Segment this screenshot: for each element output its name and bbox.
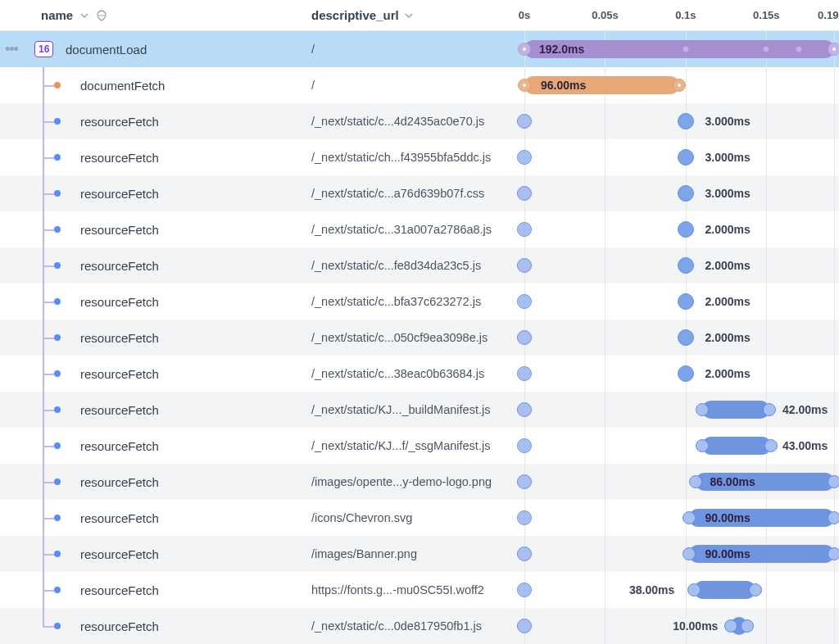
tree-node-dot xyxy=(54,82,61,88)
duration-bar[interactable] xyxy=(702,401,770,419)
row-actions-icon[interactable]: ••• xyxy=(5,41,18,58)
event-marker[interactable] xyxy=(517,114,532,129)
event-marker[interactable] xyxy=(678,329,694,346)
tree-connector xyxy=(43,103,67,139)
filter-icon[interactable] xyxy=(96,10,107,21)
trace-row[interactable]: resourceFetch/_next/static/c...38eac0b63… xyxy=(0,356,839,392)
column-header-name[interactable]: name xyxy=(0,8,311,22)
trace-row[interactable]: resourceFetch/_next/static/KJ..._buildMa… xyxy=(0,392,839,428)
trace-row[interactable]: resourceFetch/_next/static/c...4d2435ac0… xyxy=(0,103,839,139)
child-count-badge[interactable]: 16 xyxy=(34,41,53,57)
span-name: documentFetch xyxy=(80,79,165,93)
trace-row[interactable]: resourceFetch/_next/static/KJ...f/_ssgMa… xyxy=(0,428,839,464)
span-name: resourceFetch xyxy=(80,583,159,597)
span-url: /_next/static/c...38eac0b63684.js xyxy=(311,367,516,380)
tree-node-dot xyxy=(54,478,61,485)
event-marker[interactable] xyxy=(517,546,532,561)
tree-node-dot xyxy=(54,154,61,161)
event-marker[interactable] xyxy=(517,474,532,489)
event-marker[interactable] xyxy=(678,221,694,238)
trace-row[interactable]: resourceFetch/_next/static/c...050cf9ea3… xyxy=(0,320,839,356)
span-name: resourceFetch xyxy=(80,187,159,201)
event-marker[interactable] xyxy=(517,186,532,201)
event-marker[interactable] xyxy=(678,365,694,382)
trace-row[interactable]: resourceFetch/images/Banner.png90.00ms xyxy=(0,536,839,572)
table-header: name descriptive_url 0s0.05s0.1s0.15s0.1… xyxy=(0,0,839,31)
duration-label: 2.000ms xyxy=(705,259,751,272)
event-marker[interactable] xyxy=(678,185,694,202)
tree-connector xyxy=(43,139,67,175)
tree-connector xyxy=(43,536,67,572)
duration-label: 96.00ms xyxy=(541,79,586,92)
duration-label: 2.000ms xyxy=(705,331,751,344)
timeline-cell: 3.000ms xyxy=(524,103,834,139)
chevron-down-icon[interactable] xyxy=(404,11,414,20)
timeline-cell: 96.00ms xyxy=(524,67,834,103)
timeline-tick: 0s xyxy=(519,9,530,21)
trace-row[interactable]: resourceFetchhttps://fonts.g...-mu0SC55I… xyxy=(0,572,839,608)
tree-connector xyxy=(43,283,67,320)
tree-node-dot xyxy=(54,442,61,449)
span-url: /_next/static/c...0de817950fb1.js xyxy=(311,619,516,633)
duration-label: 90.00ms xyxy=(705,511,751,524)
event-marker[interactable] xyxy=(517,366,532,381)
trace-rows: •••16documentLoad/192.0msdocumentFetch/9… xyxy=(0,31,839,644)
span-url: /_next/static/c...31a007a2786a8.js xyxy=(311,223,516,236)
span-name: documentLoad xyxy=(66,43,147,57)
span-url: /_next/static/KJ...f/_ssgManifest.js xyxy=(311,439,516,452)
tree-connector xyxy=(43,392,67,428)
event-marker[interactable] xyxy=(678,113,694,129)
duration-label: 38.00ms xyxy=(629,583,674,596)
span-name: resourceFetch xyxy=(80,439,159,453)
timeline-cell: 2.000ms xyxy=(524,320,834,356)
trace-row[interactable]: resourceFetch/_next/static/ch...f43955bf… xyxy=(0,139,839,175)
event-marker[interactable] xyxy=(678,293,694,310)
trace-row[interactable]: resourceFetch/_next/static/c...a76d639b0… xyxy=(0,175,839,211)
trace-row[interactable]: resourceFetch/_next/static/c...fe8d34da2… xyxy=(0,247,839,283)
column-header-url[interactable]: descriptive_url xyxy=(311,8,524,22)
duration-bar[interactable] xyxy=(694,581,755,599)
event-marker[interactable] xyxy=(678,149,694,166)
tree-node-dot xyxy=(54,406,61,413)
tree-node-dot xyxy=(54,551,61,557)
event-marker[interactable] xyxy=(678,257,694,274)
trace-row[interactable]: •••16documentLoad/192.0ms xyxy=(0,31,839,67)
duration-bar[interactable] xyxy=(702,437,772,455)
trace-row[interactable]: resourceFetch/icons/Chevron.svg90.00ms xyxy=(0,500,839,536)
timeline-tick: 0.15s xyxy=(753,9,780,21)
tree-node-dot xyxy=(54,587,61,593)
event-marker[interactable] xyxy=(517,438,532,453)
duration-label: 3.000ms xyxy=(705,115,751,128)
event-marker[interactable] xyxy=(517,222,532,237)
event-marker[interactable] xyxy=(517,619,532,633)
duration-label: 2.000ms xyxy=(705,223,751,236)
tree-node-dot xyxy=(54,262,61,269)
timeline-cell: 3.000ms xyxy=(524,139,834,175)
duration-label: 3.000ms xyxy=(705,187,751,200)
event-marker[interactable] xyxy=(517,294,532,309)
trace-row[interactable]: resourceFetch/_next/static/c...0de817950… xyxy=(0,608,839,644)
span-url: /_next/static/ch...f43955bfa5ddc.js xyxy=(311,151,516,164)
timeline-tick: 0.05s xyxy=(592,9,619,21)
trace-row[interactable]: documentFetch/96.00ms xyxy=(0,67,839,103)
event-marker[interactable] xyxy=(517,150,532,165)
event-marker[interactable] xyxy=(517,330,532,345)
tree-connector xyxy=(43,428,67,464)
event-marker[interactable] xyxy=(517,583,532,597)
span-name: resourceFetch xyxy=(80,115,159,129)
event-marker[interactable] xyxy=(517,510,532,525)
trace-row[interactable]: resourceFetch/_next/static/c...31a007a27… xyxy=(0,211,839,247)
duration-label: 192.0ms xyxy=(539,43,584,56)
timeline-tick: 0.192s xyxy=(818,9,839,21)
column-url-label: descriptive_url xyxy=(311,8,399,22)
chevron-down-icon[interactable] xyxy=(79,11,89,20)
event-marker[interactable] xyxy=(517,258,532,273)
trace-row[interactable]: resourceFetch/images/opente...y-demo-log… xyxy=(0,464,839,500)
event-marker[interactable] xyxy=(517,402,532,417)
tree-connector xyxy=(43,175,67,211)
duration-label: 10.00ms xyxy=(673,619,718,633)
span-name: resourceFetch xyxy=(80,619,159,633)
timeline-cell: 2.000ms xyxy=(524,247,834,283)
span-url: /images/Banner.png xyxy=(311,547,516,560)
trace-row[interactable]: resourceFetch/_next/static/c...bfa37c623… xyxy=(0,283,839,320)
